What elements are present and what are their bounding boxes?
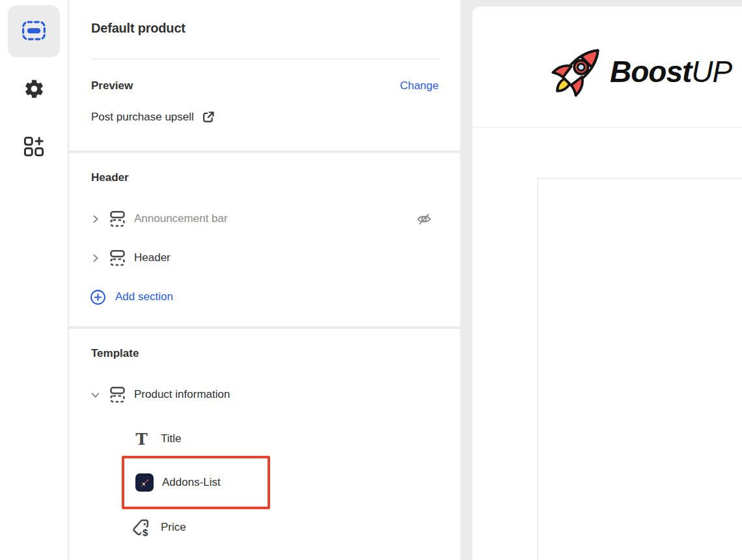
gear-icon <box>23 78 45 102</box>
header-group-title: Header <box>91 171 129 184</box>
sections-tab-button[interactable] <box>8 5 60 57</box>
price-tag-icon: $ <box>131 518 152 538</box>
section-label: Header <box>134 251 171 264</box>
sidebar: Default product Preview Change Post purc… <box>69 0 460 560</box>
section-row-product-information[interactable]: Product information <box>90 382 432 408</box>
store-header: BoostUP <box>473 7 742 128</box>
chevron-down-icon[interactable] <box>90 389 101 400</box>
section-label: Product information <box>134 388 230 401</box>
change-preview-link[interactable]: Change <box>400 79 439 92</box>
section-blocks-icon <box>21 20 46 44</box>
rocket-logo-icon <box>545 39 608 104</box>
section-label: Announcement bar <box>134 212 228 225</box>
app-embeds-tab-button[interactable] <box>8 121 60 173</box>
preview-label: Preview <box>91 79 133 92</box>
page-title: Default product <box>91 21 186 36</box>
text-t-icon: T <box>131 431 152 447</box>
section-row-header[interactable]: Header <box>90 245 432 271</box>
plus-circle-icon <box>90 289 106 305</box>
store-preview-frame: BoostUP <box>473 7 742 560</box>
visibility-hidden-icon[interactable] <box>416 211 432 227</box>
chevron-right-icon[interactable] <box>90 214 101 225</box>
section-row-announcement-bar[interactable]: Announcement bar <box>90 206 432 232</box>
section-icon <box>110 249 125 266</box>
preview-page-row: Post purchase upsell <box>91 107 215 128</box>
block-label: Price <box>161 521 186 534</box>
store-logo: BoostUP <box>545 39 732 104</box>
add-section-button[interactable]: Add section <box>90 284 173 310</box>
svg-text:$: $ <box>143 526 148 537</box>
squares-plus-icon <box>23 135 45 160</box>
block-row-addons-list-highlighted[interactable]: Addons-List <box>122 456 270 509</box>
template-group-card <box>69 329 460 560</box>
preview-page-name: Post purchase upsell <box>91 111 194 124</box>
block-label: Addons-List <box>162 476 221 489</box>
external-link-icon[interactable] <box>201 110 215 124</box>
activity-bar <box>0 0 68 560</box>
chevron-right-icon[interactable] <box>90 253 101 264</box>
block-row-price[interactable]: $ Price <box>131 514 186 540</box>
divider <box>91 59 439 59</box>
add-section-label: Add section <box>115 290 173 303</box>
rocket-app-icon <box>135 473 154 492</box>
section-icon <box>110 386 125 403</box>
product-media-placeholder <box>537 178 742 560</box>
template-group-title: Template <box>91 347 139 360</box>
preview-row: Preview Change <box>91 76 439 96</box>
theme-settings-tab-button[interactable] <box>8 64 60 116</box>
block-row-title[interactable]: T Title <box>131 426 182 452</box>
block-label: Title <box>161 432 182 445</box>
store-name: BoostUP <box>610 54 732 89</box>
section-icon <box>110 210 125 227</box>
